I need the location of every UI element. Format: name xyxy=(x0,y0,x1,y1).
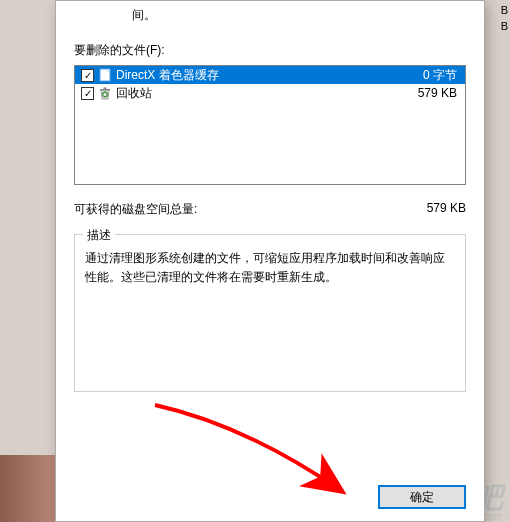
checkbox-directx[interactable]: ✓ xyxy=(81,69,94,82)
background-strip xyxy=(0,455,55,522)
file-name: 回收站 xyxy=(116,85,399,102)
description-text: 通过清理图形系统创建的文件，可缩短应用程序加载时间和改善响应性能。这些已清理的文… xyxy=(85,249,455,287)
file-list[interactable]: ✓ DirectX 着色器缓存 0 字节 ✓ 回收站 579 KB xyxy=(74,65,466,185)
file-size: 579 KB xyxy=(399,86,459,100)
total-space-value: 579 KB xyxy=(427,201,466,218)
partial-description-text: 间。 xyxy=(74,1,466,28)
recycle-bin-icon xyxy=(98,86,112,100)
total-space-row: 可获得的磁盘空间总量: 579 KB xyxy=(74,185,466,228)
checkbox-recycle[interactable]: ✓ xyxy=(81,87,94,100)
description-groupbox: 描述 通过清理图形系统创建的文件，可缩短应用程序加载时间和改善响应性能。这些已清… xyxy=(74,234,466,392)
partial-background-text: B B xyxy=(501,2,508,34)
svg-rect-2 xyxy=(104,88,107,90)
ok-button[interactable]: 确定 xyxy=(378,485,466,509)
file-row-directx[interactable]: ✓ DirectX 着色器缓存 0 字节 xyxy=(75,66,465,84)
svg-rect-1 xyxy=(100,89,110,91)
dialog-button-area: 确定 xyxy=(378,485,466,509)
file-name: DirectX 着色器缓存 xyxy=(116,67,399,84)
files-to-delete-label: 要删除的文件(F): xyxy=(74,28,466,65)
total-space-label: 可获得的磁盘空间总量: xyxy=(74,201,197,218)
file-size: 0 字节 xyxy=(399,67,459,84)
description-label: 描述 xyxy=(83,227,115,244)
file-row-recycle[interactable]: ✓ 回收站 579 KB xyxy=(75,84,465,102)
disk-cleanup-dialog: 间。 要删除的文件(F): ✓ DirectX 着色器缓存 0 字节 ✓ 回收站… xyxy=(55,0,485,522)
file-icon xyxy=(98,68,112,82)
